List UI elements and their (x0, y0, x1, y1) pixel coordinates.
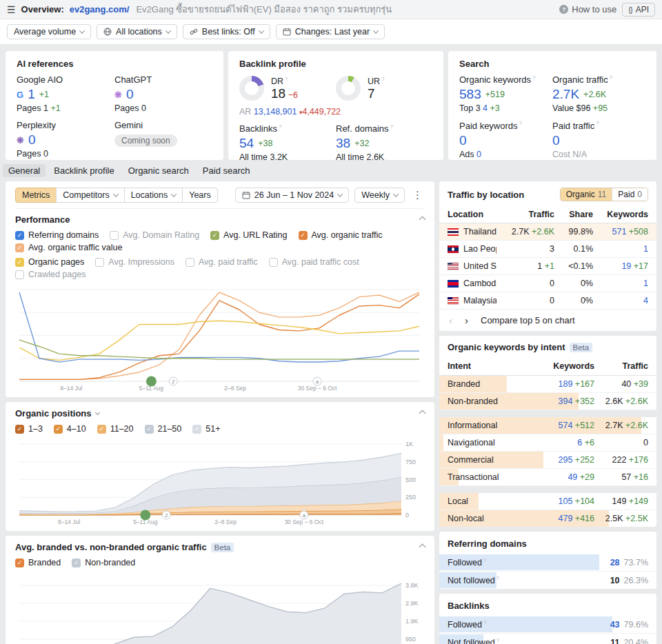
checkbox-pos-1-3[interactable]: ✓1–3 (15, 424, 43, 434)
row-pct: 20.4% (624, 638, 648, 644)
competitors-dropdown[interactable]: Competitors (56, 188, 124, 203)
checkbox-branded[interactable]: ✓Branded (15, 558, 61, 567)
checkbox-pos-21-50[interactable]: ✓21–50 (145, 424, 182, 434)
sub-value[interactable]: 4 (483, 103, 488, 113)
checkbox-avg-impressions[interactable]: Avg. Impressions (95, 257, 174, 267)
tab-general[interactable]: General (3, 164, 46, 177)
menu-icon[interactable]: ☰ (7, 4, 16, 15)
tab-organic-search[interactable]: Organic search (128, 165, 189, 176)
sub-value[interactable]: 0 (477, 150, 481, 159)
intent-row-commercial: Commercial 295 +252 222 +176 (439, 452, 656, 469)
all-locations-dropdown[interactable]: All locations (97, 24, 177, 39)
kw-value[interactable]: 479 (559, 514, 573, 523)
api-button[interactable]: {} API (622, 3, 655, 17)
svg-text:8–14 Jul: 8–14 Jul (58, 519, 80, 525)
metric-value[interactable]: 38 (336, 136, 350, 151)
pages-value: 0 (141, 103, 146, 113)
metrics-button[interactable]: Metrics (15, 188, 57, 203)
organic-positions-chart[interactable]: 1K75050025008–14 Jul5–11 Aug2–8 Sep30 Se… (15, 439, 425, 527)
ar-value[interactable]: 13,148,901 (254, 107, 297, 117)
checkbox-pos-4-10[interactable]: ✓4–10 (54, 424, 86, 434)
checkbox-box: ✓ (15, 425, 24, 434)
checkbox-non-branded[interactable]: ✓Non-branded (72, 558, 135, 567)
checkbox-label: 11–20 (110, 424, 134, 434)
metric-value[interactable]: 0 (126, 87, 134, 102)
date-range-picker[interactable]: 26 Jun – 1 Nov 2024 (235, 188, 349, 203)
more-options-icon[interactable]: ⋮ (410, 189, 425, 201)
years-button[interactable]: Years (182, 188, 218, 203)
checkbox-pos-11-20[interactable]: ✓11–20 (97, 424, 134, 434)
next-page-icon[interactable]: › (465, 315, 468, 325)
checkbox-label: 1–3 (28, 424, 43, 434)
chevron-down-icon[interactable] (94, 410, 99, 415)
branded-traffic-chart[interactable]: 3.8K2.9K1.9K95008–14 Jul5–11 Aug2–8 Sep3… (15, 572, 425, 644)
checkbox-avg-url-rating[interactable]: ✓Avg. URL Rating (210, 230, 287, 240)
checkbox-box: ✓ (299, 231, 308, 240)
kw-value[interactable]: 49 (568, 472, 577, 482)
toggle-count: 0 (637, 190, 642, 199)
ur-gauge-block: UR? 7 (336, 76, 432, 101)
kw-value[interactable]: 189 (559, 379, 573, 389)
prev-page-icon[interactable]: ‹ (449, 315, 452, 325)
info-icon: ? (519, 120, 522, 126)
metric-value[interactable]: 2.7K (552, 87, 579, 102)
metric-delta: +519 (485, 90, 505, 99)
tab-backlink-profile[interactable]: Backlink profile (54, 165, 114, 176)
checkbox-label: Avg. paid traffic (199, 257, 258, 267)
metric-value[interactable]: 1 (28, 87, 35, 102)
sub-label: Ads (459, 150, 474, 159)
checkbox-avg-paid-traffic[interactable]: Avg. paid traffic (185, 257, 258, 267)
location-name: Lao People's Democratic Republic (463, 244, 496, 254)
metric-value[interactable]: 0 (28, 132, 36, 148)
backlinks-followed-card: Backlinks Followed? 4379.6% Not followed… (439, 594, 656, 644)
checkbox-avg-organic-traffic-value[interactable]: ✓Avg. organic traffic value (15, 243, 122, 252)
kw-value[interactable]: 105 (559, 496, 573, 506)
checkbox-avg-paid-traffic-cost[interactable]: Avg. paid traffic cost (269, 257, 359, 267)
kw-value[interactable]: 6 (577, 438, 582, 447)
tab-paid-search[interactable]: Paid search (203, 165, 250, 176)
kw-value[interactable]: 574 (559, 421, 573, 430)
checkbox-crawled-pages[interactable]: Crawled pages (15, 270, 86, 279)
toggle-organic[interactable]: Organic11 (561, 188, 612, 201)
how-to-use-link[interactable]: ? How to use (559, 4, 616, 14)
ahrefs-rank-line: AR 13,148,901 ▾4,449,722 (239, 107, 432, 117)
granularity-dropdown[interactable]: Weekly (354, 188, 405, 203)
collapse-icon[interactable] (419, 410, 426, 417)
collapse-icon[interactable] (419, 544, 426, 551)
kw-value[interactable]: 394 (559, 396, 573, 406)
traffic-value: 2.7K (512, 227, 530, 237)
row-value[interactable]: 28 (610, 558, 620, 567)
toggle-paid[interactable]: Paid0 (612, 188, 648, 201)
metric-value[interactable]: 0 (552, 133, 560, 148)
best-links-dropdown[interactable]: Best links: Off (183, 24, 270, 39)
keywords-value[interactable]: 4 (643, 296, 648, 305)
average-volume-dropdown[interactable]: Average volume (7, 24, 91, 39)
keywords-value[interactable]: 19 (621, 261, 631, 271)
locations-dropdown[interactable]: Locations (124, 188, 183, 203)
checkbox-avg-domain-rating[interactable]: Avg. Domain Rating (110, 230, 199, 240)
chevron-down-icon (166, 28, 171, 33)
keywords-value[interactable]: 571 (612, 227, 627, 237)
group-gap (439, 486, 656, 493)
card-title: Backlinks (439, 594, 656, 616)
toggle-label: Paid (618, 190, 634, 199)
kw-value[interactable]: 295 (559, 455, 573, 465)
metric-value[interactable]: 0 (459, 133, 467, 148)
checkbox-organic-pages[interactable]: ✓Organic pages (15, 257, 84, 267)
checkbox-referring-domains[interactable]: ✓Referring domains (15, 230, 99, 240)
keywords-value[interactable]: 1 (643, 244, 648, 254)
laos-flag-icon (448, 245, 459, 253)
changes-dropdown[interactable]: Changes: Last year (276, 24, 385, 39)
row-value[interactable]: 43 (610, 620, 620, 630)
alltime-value: 3.2K (270, 152, 288, 162)
metric-value[interactable]: 583 (459, 87, 481, 102)
checkbox-avg-organic-traffic[interactable]: ✓Avg. organic traffic (299, 230, 383, 240)
compare-top5-link[interactable]: Compare top 5 on chart (481, 315, 575, 325)
metric-value[interactable]: 54 (239, 136, 254, 151)
collapse-icon[interactable] (419, 217, 426, 223)
domain-link[interactable]: ev2gang.com/ (70, 4, 130, 14)
keywords-value[interactable]: 1 (643, 279, 648, 288)
intent-row-non-local: Non-local 479 +416 2.5K +2.5K (439, 510, 656, 527)
performance-chart[interactable]: 8–14 Jul5–11 Aug2–8 Sep30 Sep – 6 Oct2a (15, 284, 425, 393)
checkbox-pos-51plus[interactable]: ✓51+ (192, 424, 220, 434)
